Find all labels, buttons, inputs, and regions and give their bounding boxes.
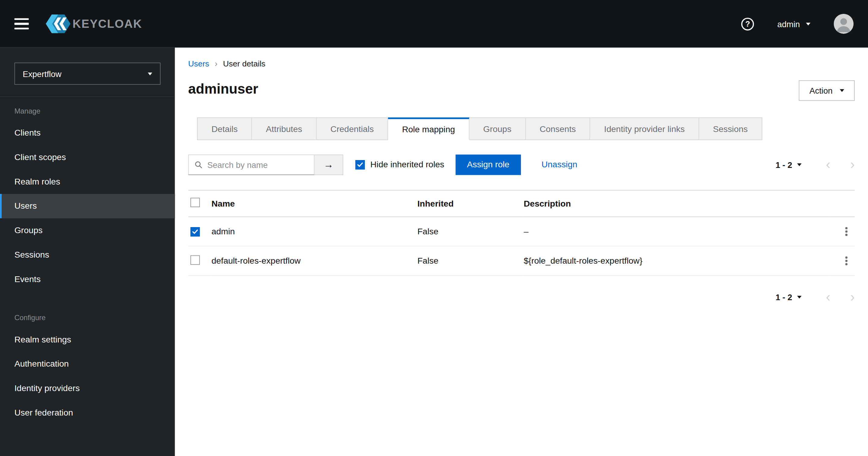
pagination-range-dropdown[interactable]: 1 - 2 [776, 160, 802, 169]
pagination-bottom: 1 - 2 ‹ › [188, 290, 855, 304]
table-row: default-roles-expertflowFalse${role_defa… [188, 246, 855, 276]
kebab-dot [845, 230, 847, 232]
sidebar-item-sessions[interactable]: Sessions [0, 243, 175, 267]
select-all-checkbox[interactable] [190, 198, 200, 207]
cell-role-name: default-roles-expertflow [212, 246, 417, 276]
cell-description: – [524, 217, 830, 246]
user-avatar-icon [834, 14, 854, 34]
cell-actions [830, 246, 855, 276]
keycloak-admin-console: KEYCLOAK ? admin Expertflow [0, 0, 868, 456]
column-header-description: Description [524, 190, 830, 217]
kebab-dot [845, 234, 847, 235]
unassign-link[interactable]: Unassign [541, 160, 577, 169]
search-input[interactable] [207, 160, 308, 169]
chevron-down-icon [797, 296, 802, 298]
nav-section-configure: Configure [0, 291, 175, 327]
sidebar-nav: ManageClientsClient scopesRealm rolesUse… [0, 97, 175, 425]
breadcrumb-users-link[interactable]: Users [188, 59, 209, 68]
table-row: adminFalse– [188, 217, 855, 246]
nav-section-manage: Manage [0, 97, 175, 121]
assign-role-button[interactable]: Assign role [456, 154, 521, 175]
user-menu-dropdown[interactable]: admin [777, 19, 810, 28]
chevron-down-icon [806, 22, 811, 25]
pagination-range: 1 - 2 [776, 160, 792, 169]
tab-sessions[interactable]: Sessions [699, 117, 762, 140]
role-mapping-table: Name Inherited Description adminFalse–de… [188, 190, 855, 276]
sidebar-item-user-federation[interactable]: User federation [0, 400, 175, 425]
sidebar-item-realm-roles[interactable]: Realm roles [0, 169, 175, 194]
search-box [188, 154, 314, 175]
tab-role-mapping[interactable]: Role mapping [388, 117, 469, 140]
kebab-dot [845, 260, 847, 262]
cell-select [188, 246, 212, 276]
tab-credentials[interactable]: Credentials [317, 117, 388, 140]
row-kebab-menu-button[interactable] [839, 224, 854, 239]
sidebar-item-client-scopes[interactable]: Client scopes [0, 145, 175, 170]
kebab-dot [845, 257, 847, 258]
search-submit-button[interactable]: → [314, 154, 343, 175]
cell-select [188, 217, 212, 246]
kebab-dot [845, 227, 847, 229]
table-header-row: Name Inherited Description [188, 190, 855, 217]
search-icon [195, 160, 203, 169]
title-row: adminuser Action [188, 80, 855, 101]
pagination-top: 1 - 2 ‹ › [776, 158, 855, 171]
action-dropdown-label: Action [809, 86, 832, 95]
column-header-inherited: Inherited [417, 190, 524, 217]
pagination-range: 1 - 2 [776, 292, 792, 302]
row-kebab-menu-button[interactable] [839, 254, 854, 268]
hide-inherited-label: Hide inherited roles [370, 160, 444, 169]
help-icon[interactable]: ? [741, 18, 754, 30]
nav-toggle-button[interactable] [14, 18, 29, 30]
cell-select-all [188, 190, 212, 217]
brand-text: KEYCLOAK [72, 17, 142, 30]
realm-selector-value: Expertflow [23, 69, 61, 78]
chevron-down-icon [840, 89, 844, 92]
column-header-name: Name [212, 190, 417, 217]
row-select-checkbox[interactable] [190, 227, 200, 236]
keycloak-logo-icon [45, 14, 71, 34]
toolbar: → Hide inherited roles Assign role Unass… [188, 153, 855, 175]
cell-description: ${role_default-roles-expertflow} [524, 246, 830, 276]
main-content: Users › User details adminuser Action De… [175, 48, 868, 456]
sidebar-item-clients[interactable]: Clients [0, 121, 175, 145]
page-title: adminuser [188, 80, 258, 97]
chevron-down-icon [797, 163, 802, 166]
check-icon [192, 229, 198, 234]
check-icon [357, 162, 363, 167]
pagination-next-icon[interactable]: › [850, 158, 855, 171]
tab-identity-provider-links[interactable]: Identity provider links [590, 117, 699, 140]
column-header-actions [830, 190, 855, 217]
sidebar-item-groups[interactable]: Groups [0, 218, 175, 243]
realm-selector[interactable]: Expertflow [14, 62, 161, 85]
masthead: KEYCLOAK ? admin [0, 0, 868, 48]
breadcrumb-separator-icon: › [215, 59, 217, 68]
sidebar-item-users[interactable]: Users [0, 194, 175, 218]
sidebar-item-identity-providers[interactable]: Identity providers [0, 376, 175, 400]
tab-consents[interactable]: Consents [526, 117, 590, 140]
sidebar: Expertflow ManageClientsClient scopesRea… [0, 48, 175, 456]
pagination-prev-icon[interactable]: ‹ [826, 158, 831, 171]
hide-inherited-control[interactable]: Hide inherited roles [355, 160, 444, 169]
cell-inherited: False [417, 217, 524, 246]
row-select-checkbox[interactable] [190, 255, 200, 264]
pagination-range-dropdown[interactable]: 1 - 2 [776, 292, 802, 302]
sidebar-item-events[interactable]: Events [0, 267, 175, 291]
tab-details[interactable]: Details [197, 117, 252, 140]
avatar[interactable] [834, 14, 854, 34]
action-dropdown-button[interactable]: Action [799, 80, 855, 101]
masthead-actions: ? admin [741, 14, 854, 34]
tab-groups[interactable]: Groups [469, 117, 526, 140]
hide-inherited-checkbox[interactable] [355, 160, 365, 169]
kebab-dot [845, 263, 847, 265]
pagination-prev-icon[interactable]: ‹ [826, 290, 831, 304]
tab-attributes[interactable]: Attributes [252, 117, 317, 140]
sidebar-item-authentication[interactable]: Authentication [0, 352, 175, 376]
tabs: DetailsAttributesCredentialsRole mapping… [188, 117, 855, 140]
user-menu-label: admin [777, 19, 800, 28]
sidebar-item-realm-settings[interactable]: Realm settings [0, 327, 175, 352]
cell-actions [830, 217, 855, 246]
pagination-next-icon[interactable]: › [850, 290, 855, 304]
cell-role-name: admin [212, 217, 417, 246]
keycloak-logo[interactable]: KEYCLOAK [45, 14, 142, 34]
